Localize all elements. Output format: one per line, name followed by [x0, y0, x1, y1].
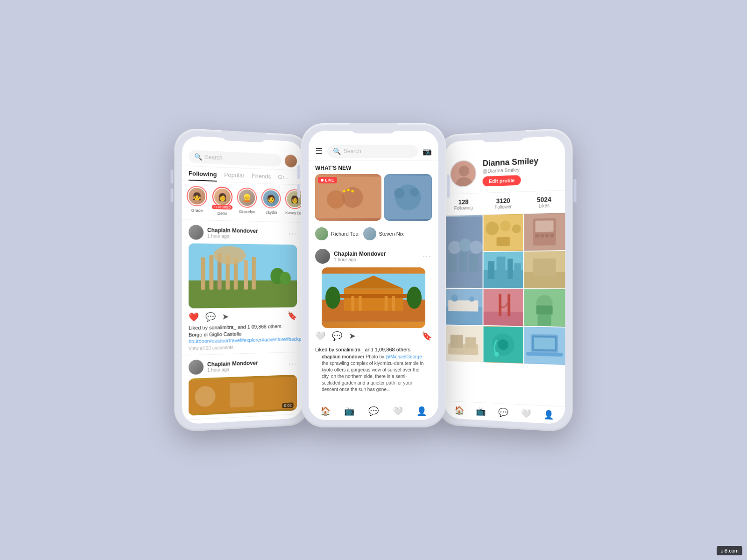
grid-item-4[interactable] — [483, 252, 523, 288]
phone2-header: ☰ 🔍 Search 📷 — [309, 141, 438, 161]
svg-rect-57 — [550, 233, 554, 237]
svg-rect-63 — [514, 263, 521, 279]
p2-caption-text: Photo by — [366, 354, 385, 359]
phone1-screen: 🔍 Search Following Popular Friends Gr... — [182, 135, 303, 424]
post2-menu[interactable]: ··· — [289, 360, 297, 368]
story-name-demi: Demi — [218, 211, 227, 216]
grid-item-2[interactable] — [483, 214, 523, 251]
post1-hashtags: #outdoor#outdoortravel#explorer#adventur… — [189, 336, 297, 344]
post1-avatar — [189, 224, 204, 239]
svg-rect-70 — [448, 300, 478, 311]
story-grace[interactable]: 👧 Grace — [187, 186, 207, 216]
svg-point-23 — [395, 188, 405, 198]
nav-profile-3[interactable]: 👤 — [543, 409, 554, 420]
svg-rect-31 — [359, 296, 361, 311]
svg-rect-14 — [230, 382, 254, 407]
p2-post: Chaplain Mondover 1 hour ago ··· — [309, 244, 438, 397]
post2-video[interactable]: 0:02 — [189, 375, 297, 416]
svg-point-16 — [327, 190, 345, 209]
like-button[interactable]: ❤️ — [189, 312, 199, 322]
live-card-secondary[interactable] — [384, 174, 432, 221]
grid-item-6[interactable] — [444, 289, 483, 325]
svg-rect-55 — [540, 234, 544, 238]
phone2-content: ☰ 🔍 Search 📷 WHAT'S NEW — [309, 131, 438, 420]
p2-post-image — [322, 267, 425, 328]
svg-rect-60 — [488, 261, 494, 279]
svg-rect-80 — [537, 315, 551, 326]
nav-heart-2[interactable]: 🤍 — [393, 406, 403, 416]
followers-label: Follower — [483, 204, 523, 210]
profile-avatar — [450, 160, 476, 188]
grid-item-3[interactable] — [524, 213, 565, 251]
post1-header: Chaplain Mondover 1 hour ago ··· — [189, 224, 297, 241]
p2-post-menu[interactable]: ··· — [423, 252, 432, 260]
user-avatar-header[interactable] — [285, 154, 297, 168]
post2-avatar — [189, 359, 204, 375]
p2-share-button[interactable]: ➤ — [349, 331, 356, 341]
svg-point-20 — [351, 190, 353, 192]
video-duration: 0:02 — [282, 402, 294, 408]
post1-time: 1 hour ago — [207, 233, 285, 239]
grid-item-11[interactable] — [524, 327, 565, 364]
nav-home-3[interactable]: 🏠 — [454, 405, 464, 415]
search-placeholder-2: Search — [344, 148, 361, 154]
live-badge: LIVE — [318, 177, 337, 183]
p2-bookmark[interactable]: 🔖 — [422, 331, 432, 341]
grid-item-5[interactable] — [524, 251, 565, 288]
story-jaydin[interactable]: 🧑 Jaydin — [261, 188, 281, 217]
nav-chat-3[interactable]: 💬 — [498, 407, 508, 418]
ruins-background — [189, 243, 297, 308]
view-comments[interactable]: View all 20 comments — [189, 343, 297, 351]
svg-rect-30 — [351, 296, 354, 311]
svg-rect-66 — [533, 259, 556, 277]
nav-chat-2[interactable]: 💬 — [368, 406, 379, 416]
svg-rect-74 — [483, 312, 523, 326]
svg-rect-2 — [201, 257, 205, 289]
p2-post-actions: 🤍 💬 ➤ 🔖 — [315, 328, 432, 344]
steven-name: Steven Nix — [379, 231, 404, 237]
svg-rect-79 — [536, 305, 553, 315]
svg-rect-8 — [252, 257, 256, 289]
nav-tv-3[interactable]: 📺 — [476, 406, 486, 416]
svg-rect-56 — [545, 234, 549, 238]
camera-icon[interactable]: 📷 — [423, 147, 432, 156]
grid-item-7[interactable] — [483, 289, 523, 326]
story-demi[interactable]: 👩 FEATURED Demi — [212, 187, 233, 216]
svg-rect-43 — [448, 254, 457, 272]
phone2-screen: ☰ 🔍 Search 📷 WHAT'S NEW — [309, 131, 438, 420]
grid-item-8[interactable] — [524, 289, 565, 327]
p2-comment-button[interactable]: 💬 — [332, 331, 342, 341]
tab-following[interactable]: Following — [189, 170, 217, 182]
p2-like-button[interactable]: 🤍 — [315, 331, 325, 341]
live-card-main[interactable]: LIVE — [315, 174, 381, 221]
nav-profile-2[interactable]: 👤 — [416, 406, 427, 416]
phone3-screen: Dianna Smiley @Dianna Smiley Edit profil… — [444, 135, 565, 424]
share-button[interactable]: ➤ — [222, 312, 229, 322]
post1-menu[interactable]: ··· — [289, 230, 297, 238]
svg-rect-76 — [507, 294, 510, 316]
stat-likes: 5024 Likes — [523, 195, 565, 209]
nav-heart-3[interactable]: 🤍 — [521, 408, 531, 419]
svg-rect-33 — [392, 296, 395, 311]
p2-post-header: Chaplain Mondover 1 hour ago ··· — [315, 249, 432, 264]
story-gracelyn[interactable]: 👱 Gracelyn — [237, 187, 257, 217]
bookmark-button[interactable]: 🔖 — [287, 311, 297, 321]
live-users-row: Richard Tea Steven Nix — [309, 224, 438, 244]
grid-item-10[interactable] — [483, 326, 523, 364]
comment-button[interactable]: 💬 — [205, 312, 216, 322]
tab-more[interactable]: Gr... — [278, 174, 289, 184]
nav-home-2[interactable]: 🏠 — [320, 406, 331, 416]
grid-item-9[interactable] — [444, 325, 483, 362]
search-bar-center[interactable]: 🔍 Search — [327, 145, 418, 158]
tab-friends[interactable]: Friends — [252, 172, 271, 183]
nav-tv-2[interactable]: 📺 — [344, 406, 354, 416]
svg-rect-50 — [497, 237, 510, 246]
tab-popular[interactable]: Popular — [224, 171, 245, 182]
story-kasey[interactable]: 👩 Kasey Burt — [285, 189, 303, 218]
hamburger-menu[interactable]: ☰ — [315, 146, 323, 156]
p2-caption-author: chaplain mondover — [322, 354, 365, 359]
grid-item-1[interactable] — [444, 215, 483, 288]
search-bar-left[interactable]: 🔍 Search — [189, 150, 281, 167]
profile-info: Dianna Smiley @Dianna Smiley Edit profil… — [483, 155, 559, 187]
edit-profile-button[interactable]: Edit profile — [483, 175, 521, 187]
